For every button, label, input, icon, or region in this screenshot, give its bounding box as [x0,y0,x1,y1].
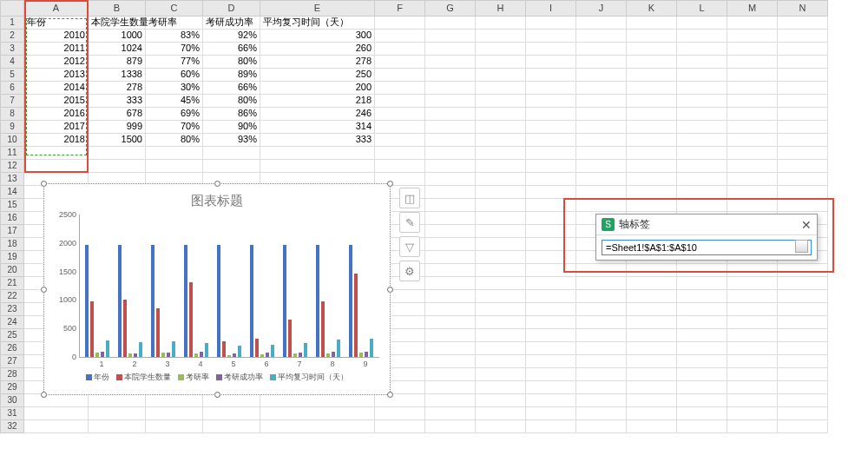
cell[interactable]: 2015 [24,95,89,108]
bar[interactable] [293,353,297,357]
axis-labels-dialog[interactable]: S 轴标签 ✕ [595,214,818,261]
row-header[interactable]: 25 [0,329,24,342]
cell[interactable] [476,368,526,381]
row-header[interactable]: 19 [0,251,24,264]
embedded-chart[interactable]: 图表标题 05001000150020002500123456789 年份本院学… [43,183,391,395]
cell[interactable] [425,173,476,186]
cell[interactable] [425,160,476,173]
cell[interactable] [425,342,476,355]
cell[interactable]: 260 [260,43,375,56]
cell[interactable] [476,69,526,82]
cell[interactable] [476,121,526,134]
cell[interactable] [627,95,677,108]
cell[interactable] [677,420,727,433]
row-header[interactable]: 6 [0,82,24,95]
cell[interactable]: 2018 [24,134,89,147]
legend-item[interactable]: 考研率 [178,372,209,383]
cell[interactable] [425,251,476,264]
cell[interactable] [476,420,526,433]
col-header-G[interactable]: G [425,0,476,17]
cell[interactable] [526,186,576,199]
col-header-D[interactable]: D [203,0,260,17]
cell[interactable] [425,264,476,277]
cell[interactable] [89,407,146,420]
cell[interactable] [677,56,727,69]
cell[interactable] [260,147,375,160]
cell[interactable] [203,407,260,420]
row-header[interactable]: 22 [0,290,24,303]
bar[interactable] [139,342,142,357]
cell[interactable] [576,355,627,368]
cell[interactable] [677,368,727,381]
bar[interactable] [304,343,307,357]
cell[interactable]: 2013 [24,69,89,82]
bar[interactable] [106,340,109,357]
row-header[interactable]: 23 [0,303,24,316]
cell[interactable] [375,95,425,108]
cell[interactable] [576,407,627,420]
cell[interactable] [203,147,260,160]
cell[interactable] [526,56,576,69]
cell[interactable] [476,251,526,264]
cell[interactable] [425,303,476,316]
dialog-header[interactable]: S 轴标签 ✕ [596,215,817,235]
cell[interactable]: 45% [146,95,203,108]
cell[interactable] [778,82,828,95]
cell[interactable] [727,147,778,160]
cell[interactable] [727,355,778,368]
cell[interactable] [24,394,89,407]
cell[interactable] [727,407,778,420]
cell[interactable]: 200 [260,82,375,95]
cell[interactable] [627,394,677,407]
cell[interactable] [89,147,146,160]
resize-handle[interactable] [387,392,393,398]
cell[interactable] [627,147,677,160]
cell[interactable] [727,95,778,108]
row-header[interactable]: 7 [0,95,24,108]
cell[interactable] [476,329,526,342]
legend-item[interactable]: 考研成功率 [216,372,263,383]
cell[interactable] [425,277,476,290]
cell[interactable]: 2017 [24,121,89,134]
cell[interactable] [425,17,476,30]
cell[interactable] [727,56,778,69]
cell[interactable] [778,30,828,43]
bar[interactable] [184,245,187,357]
row-header[interactable]: 14 [0,186,24,199]
cell[interactable] [476,173,526,186]
bar[interactable] [217,245,220,357]
cell[interactable] [677,342,727,355]
bar[interactable] [271,345,274,357]
chart-settings-button[interactable]: ⚙ [399,261,420,281]
cell[interactable] [576,134,627,147]
row-header[interactable]: 20 [0,264,24,277]
cell[interactable]: 70% [146,43,203,56]
bar[interactable] [200,352,203,357]
row-header[interactable]: 29 [0,381,24,394]
cell[interactable] [375,43,425,56]
bar[interactable] [337,340,340,357]
col-header-L[interactable]: L [677,0,727,17]
row-header[interactable]: 3 [0,43,24,56]
resize-handle[interactable] [214,392,220,398]
cell[interactable] [260,160,375,173]
cell[interactable] [375,82,425,95]
chart-legend[interactable]: 年份本院学生数量考研率考研成功率平均复习时间（天） [44,372,390,383]
cell[interactable]: 999 [89,121,146,134]
cell[interactable] [89,420,146,433]
cell[interactable] [778,329,828,342]
bar[interactable] [194,353,198,357]
cell[interactable] [576,381,627,394]
bar[interactable] [359,353,363,357]
cell[interactable] [677,160,727,173]
cell[interactable] [146,160,203,173]
cell[interactable]: 2016 [24,108,89,121]
bar[interactable] [161,353,165,357]
cell[interactable]: 2010 [24,30,89,43]
cell[interactable] [146,394,203,407]
row-header[interactable]: 31 [0,407,24,420]
cell[interactable] [425,381,476,394]
cell[interactable] [425,329,476,342]
cell[interactable] [727,394,778,407]
row-header[interactable]: 30 [0,394,24,407]
